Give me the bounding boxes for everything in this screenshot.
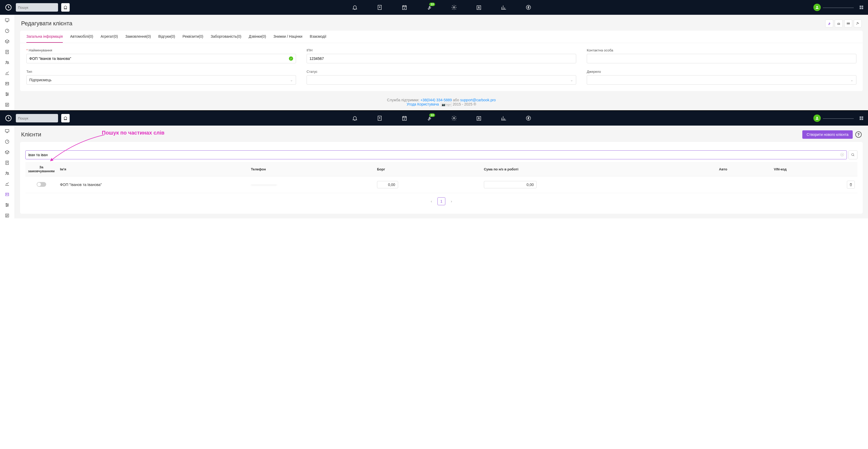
side-contact-icon-active[interactable]: [5, 192, 10, 197]
clear-icon[interactable]: ⓧ: [840, 153, 844, 157]
cell-phone: ———————: [251, 183, 277, 187]
dollar-icon[interactable]: [525, 4, 532, 10]
search-input-2[interactable]: [18, 116, 62, 120]
side-monitor-icon[interactable]: [5, 18, 10, 23]
field-status: Статус ⌄: [307, 70, 576, 85]
side-package-icon[interactable]: [5, 150, 10, 155]
logo-icon[interactable]: [4, 3, 13, 11]
side-gauge-icon[interactable]: [5, 139, 10, 145]
tab-discounts[interactable]: Знижки / Націнки: [273, 34, 302, 43]
new-document-icon[interactable]: [376, 115, 383, 121]
bank-button-2[interactable]: [61, 114, 70, 122]
type-select[interactable]: Підприємець ⌄: [26, 75, 296, 85]
tab-cars[interactable]: Автомобілі(0): [70, 34, 93, 43]
th-debt: Борг: [374, 162, 481, 177]
user-area-2[interactable]: —————————: [813, 115, 864, 122]
id-card-icon[interactable]: [476, 115, 482, 121]
gear-icon[interactable]: [451, 4, 457, 10]
side-gauge-icon[interactable]: [5, 29, 10, 34]
name-input[interactable]: ✓: [26, 54, 296, 63]
th-name: Ім'я: [57, 162, 248, 177]
tab-general[interactable]: Загальна інформація: [26, 34, 63, 43]
footer: Служба підтримки: +38(044) 334-5889 або …: [15, 94, 868, 110]
th-auto: Авто: [716, 162, 771, 177]
create-client-button[interactable]: Створити нового клієнта: [802, 130, 853, 139]
page-next[interactable]: ›: [447, 197, 455, 205]
page-prev[interactable]: ‹: [427, 197, 435, 205]
tab-reviews[interactable]: Відгуки(0): [158, 34, 175, 43]
svg-point-21: [7, 94, 8, 95]
side-package-icon[interactable]: [5, 39, 10, 44]
svg-point-22: [6, 95, 7, 96]
wrench-icon[interactable]: 13: [426, 115, 432, 121]
apps-icon[interactable]: [859, 5, 864, 10]
agreement-link[interactable]: Угода Користувача: [407, 102, 439, 106]
support-phone[interactable]: +38(044) 334-5889: [420, 98, 452, 102]
sidebar: [0, 15, 15, 110]
side-people-icon[interactable]: [5, 60, 10, 65]
ipn-input[interactable]: [307, 54, 576, 63]
tab-interactions[interactable]: Взаємодії: [310, 34, 327, 43]
tab-calls[interactable]: Дзвінки(0): [249, 34, 266, 43]
bell-icon[interactable]: [352, 115, 358, 121]
side-doc-icon[interactable]: [5, 160, 10, 166]
header-barcode-icon[interactable]: [844, 20, 852, 27]
bar-chart-icon[interactable]: [500, 115, 507, 121]
gear-icon[interactable]: [451, 115, 457, 121]
side-contact-icon[interactable]: [5, 81, 10, 87]
type-label: Тип: [26, 70, 296, 74]
logo-icon[interactable]: [4, 114, 13, 122]
page-1[interactable]: 1: [437, 197, 445, 205]
header-wrench-icon[interactable]: [825, 20, 833, 27]
svg-rect-37: [862, 119, 863, 120]
tab-aggregate[interactable]: Агрегат(0): [100, 34, 118, 43]
side-chart-icon[interactable]: [5, 71, 10, 76]
apps-icon[interactable]: [859, 116, 864, 121]
side-people-icon[interactable]: [5, 171, 10, 176]
calendar-check-icon[interactable]: [401, 115, 408, 121]
tab-requisites[interactable]: Реквізити(0): [183, 34, 204, 43]
side-monitor-icon[interactable]: [5, 129, 10, 134]
header-car-icon[interactable]: [835, 20, 843, 27]
side-doc-icon[interactable]: [5, 50, 10, 55]
header-adduser-icon[interactable]: [854, 20, 862, 27]
cell-debt[interactable]: 0,00: [377, 181, 398, 188]
wrench-badge-2: 13: [429, 114, 435, 117]
name-label: Найменування: [26, 48, 296, 52]
calendar-check-icon[interactable]: [401, 4, 408, 10]
client-search[interactable]: ⓧ: [25, 150, 847, 159]
side-sliders-icon[interactable]: [5, 92, 10, 97]
help-icon[interactable]: ?: [855, 131, 862, 138]
search-button[interactable]: [848, 150, 858, 159]
new-document-icon[interactable]: [376, 4, 383, 10]
table-row[interactable]: ФОП "Іванов та Іванова" ——————— 0,00 0,0…: [25, 177, 858, 193]
delete-button[interactable]: [847, 181, 855, 189]
global-search[interactable]: [16, 3, 58, 11]
tab-debt[interactable]: Заборгованість(0): [211, 34, 241, 43]
side-chart-icon[interactable]: [5, 182, 10, 187]
status-select[interactable]: ⌄: [307, 75, 576, 85]
dollar-icon[interactable]: [525, 115, 532, 121]
global-search-2[interactable]: [16, 114, 58, 122]
source-select[interactable]: ⌄: [587, 75, 857, 85]
side-list-icon[interactable]: [5, 102, 10, 108]
default-toggle[interactable]: [37, 182, 46, 187]
tab-orders[interactable]: Замовлення(0): [125, 34, 151, 43]
search-input[interactable]: [18, 5, 62, 9]
client-search-input[interactable]: [28, 153, 840, 157]
contact-input[interactable]: [587, 54, 857, 63]
logo-alt: 📷logo: [441, 103, 452, 106]
cell-sum[interactable]: 0,00: [484, 181, 537, 188]
svg-point-42: [7, 172, 8, 173]
bank-button[interactable]: [61, 3, 70, 11]
wrench-icon[interactable]: 13: [426, 4, 432, 10]
svg-point-45: [6, 203, 7, 204]
side-list-icon[interactable]: [5, 213, 10, 218]
user-name: —————————: [823, 5, 854, 9]
id-card-icon[interactable]: [476, 4, 482, 10]
bar-chart-icon[interactable]: [500, 4, 507, 10]
support-email[interactable]: support@carbook.pro: [460, 98, 496, 102]
bell-icon[interactable]: [352, 4, 358, 10]
user-area[interactable]: —————————: [813, 4, 864, 11]
side-sliders-icon[interactable]: [5, 202, 10, 208]
